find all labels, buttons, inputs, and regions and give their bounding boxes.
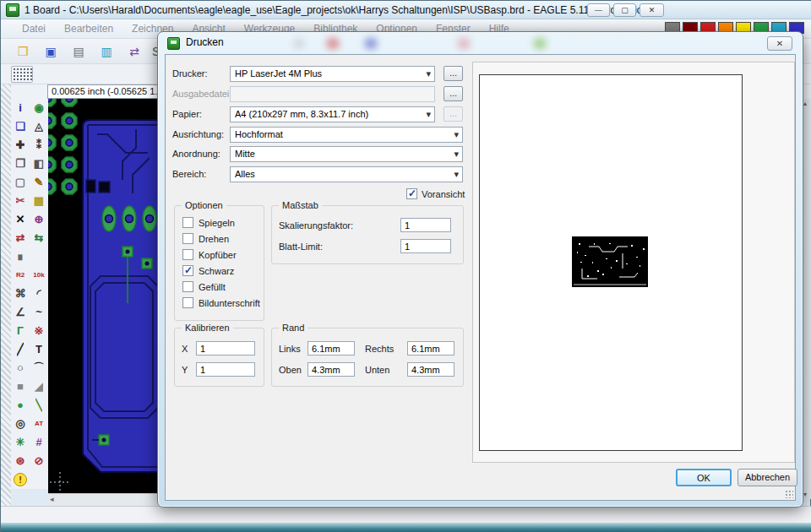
command-tool-palette: i◉❏◬✚⁑❐◧▢✎✂▩✕⊕⇄⇆∎R210k⌘◜∠~Γ※╱T○⌒■◢●╲◎AT✳…: [11, 99, 50, 489]
calibrate-group: Kalibrieren X Y: [174, 328, 264, 387]
glass-reflection: [458, 38, 470, 49]
ripup-tool[interactable]: ※: [30, 322, 48, 340]
grid-settings-icon[interactable]: [11, 66, 33, 83]
smash-tool[interactable]: ⌘: [11, 285, 30, 303]
printer-label: Drucker:: [172, 68, 208, 79]
scale-factor-label: Skalierungsfaktor:: [279, 220, 353, 231]
move-tool[interactable]: ✚: [11, 136, 30, 155]
checkbox-kopfueber: Kopfüber: [175, 247, 265, 263]
group-tool[interactable]: ⁑: [30, 136, 48, 155]
margin-right-input[interactable]: [407, 341, 454, 356]
value-tool[interactable]: 10k: [30, 266, 48, 285]
margin-right-label: Rechts: [365, 344, 394, 354]
margin-left-input[interactable]: [308, 341, 355, 356]
paper-select[interactable]: A4 (210x297 mm, 8.3x11.7 inch): [230, 106, 435, 122]
circle-tool[interactable]: ○: [11, 359, 30, 377]
copy-tool[interactable]: ❐: [11, 155, 30, 173]
errors-tool[interactable]: ⊘: [30, 452, 48, 470]
margin-bottom-input[interactable]: [407, 362, 454, 377]
alignment-label: Anordnung:: [172, 149, 220, 159]
dialog-eagle-icon: [167, 37, 180, 50]
text-tool[interactable]: T: [30, 340, 48, 359]
lock-tool[interactable]: ∎: [11, 247, 30, 266]
paste-tool[interactable]: ▩: [30, 192, 48, 210]
arc-tool[interactable]: ⌒: [30, 359, 48, 377]
warning-tool[interactable]: !: [14, 473, 27, 486]
close-button[interactable]: ✕: [640, 3, 664, 17]
display-tool[interactable]: ❏: [11, 117, 30, 136]
cam-icon[interactable]: ▥: [96, 42, 117, 61]
orientation-select[interactable]: Hochformat: [230, 127, 463, 143]
wire-tool[interactable]: ╱: [11, 340, 30, 359]
preview-checkbox[interactable]: [406, 188, 417, 199]
area-label: Bereich:: [172, 169, 206, 179]
info-tool[interactable]: i: [11, 99, 30, 117]
print-preview-board-image: [572, 236, 648, 287]
calibrate-x-label: X: [182, 344, 188, 354]
checkbox-schwarz: Schwarz: [175, 263, 265, 279]
orientation-label: Ausrichtung:: [172, 129, 224, 139]
eagle-application-window: 1 Board - C:\Users\Harald\Documents\eagl…: [0, 0, 811, 532]
save-icon[interactable]: ▣: [41, 42, 61, 61]
scale-factor-input[interactable]: [400, 218, 451, 232]
margin-top-input[interactable]: [308, 362, 355, 377]
area-select[interactable]: Alles: [230, 166, 463, 182]
change-tool[interactable]: ✎: [30, 173, 48, 192]
printer-browse-button[interactable]: ...: [444, 66, 463, 81]
miter-tool[interactable]: ◜: [30, 285, 48, 303]
checkbox-gefuellt: Gefüllt: [175, 279, 265, 295]
options-group-title: Optionen: [182, 200, 226, 210]
hole-tool[interactable]: ◎: [11, 415, 30, 433]
checkbox-bildunterschrift: Bildunterschrift: [175, 295, 265, 311]
menu-bearbeiten[interactable]: Bearbeiten: [55, 19, 122, 39]
mark-tool[interactable]: ◬: [30, 117, 48, 136]
optimize-tool[interactable]: ~: [30, 303, 48, 322]
signal-tool[interactable]: ╲: [30, 396, 48, 415]
eagle-app-icon: [6, 3, 19, 17]
ok-button[interactable]: OK: [676, 469, 732, 486]
checkbox-spiegeln: Spiegeln: [175, 214, 265, 231]
dialog-close-icon[interactable]: ✕: [767, 36, 792, 51]
output-file-browse-button[interactable]: ...: [444, 86, 463, 101]
via-tool[interactable]: ●: [11, 396, 30, 415]
margin-group-title: Rand: [279, 323, 308, 333]
pinswap-tool[interactable]: ⇄: [11, 229, 30, 247]
menu-datei[interactable]: Datei: [13, 19, 55, 39]
margin-top-label: Oben: [279, 365, 302, 375]
printer-select[interactable]: HP LaserJet 4M Plus: [230, 66, 435, 82]
switch-board-schematic-icon[interactable]: ⇄: [124, 42, 144, 61]
rect-tool[interactable]: ■: [11, 377, 30, 396]
ratsnest-tool[interactable]: ✳: [11, 433, 30, 452]
split-tool[interactable]: ∠: [11, 303, 30, 322]
attribute-tool[interactable]: AT: [30, 415, 48, 433]
polygon-tool[interactable]: ◢: [30, 377, 48, 396]
route-tool[interactable]: Γ: [11, 322, 30, 340]
delete-tool[interactable]: ✕: [11, 210, 30, 229]
name-tool[interactable]: R2: [11, 266, 30, 285]
cancel-button[interactable]: Abbrechen: [738, 469, 797, 486]
select-rect-tool[interactable]: ▢: [11, 173, 30, 192]
add-tool[interactable]: ⊕: [30, 210, 48, 229]
alignment-select[interactable]: Mitte: [230, 146, 463, 162]
dialog-body: Drucker: HP LaserJet 4M Plus ... Ausgabe…: [165, 54, 796, 501]
scale-group-title: Maßstab: [279, 200, 322, 210]
sheet-limit-input[interactable]: [400, 239, 451, 253]
print-icon[interactable]: ▤: [68, 42, 89, 61]
drc-tool[interactable]: ⊛: [11, 452, 30, 470]
mirror-tool[interactable]: ◧: [30, 155, 48, 173]
show-tool[interactable]: ◉: [30, 99, 48, 117]
open-icon[interactable]: ❒: [13, 42, 33, 61]
calibrate-x-input[interactable]: [196, 341, 255, 356]
status-bar: [1, 506, 811, 523]
calibrate-y-input[interactable]: [196, 362, 255, 377]
cut-tool[interactable]: ✂: [11, 192, 30, 210]
calibrate-y-label: Y: [182, 365, 188, 375]
maximize-button[interactable]: ▢: [613, 3, 636, 17]
auto-tool[interactable]: #: [30, 433, 48, 452]
minimize-button[interactable]: —: [587, 3, 610, 17]
paper-browse-button: ...: [444, 106, 463, 122]
gateswap-tool[interactable]: ⇆: [30, 229, 48, 247]
resize-grip[interactable]: [785, 490, 793, 498]
print-preview-panel: [472, 62, 795, 463]
paper-label: Papier:: [172, 109, 202, 119]
